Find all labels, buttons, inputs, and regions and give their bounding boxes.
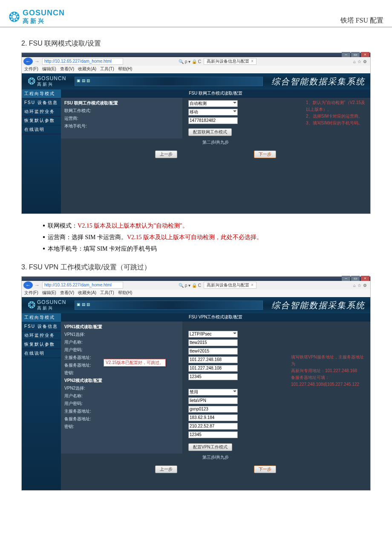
window-minimize-icon[interactable]: –: [342, 276, 350, 281]
window-minimize-icon[interactable]: –: [342, 52, 350, 57]
page-title: FSU VPN工作模式读取/配置: [61, 313, 370, 321]
hint-3: 3、填写SIM对应的手机号码。: [306, 120, 368, 127]
section-2-notes: 联网模式：V2.15 版本及以上版本默认为"自动检测"。 运营商：选择 SIM …: [43, 220, 371, 254]
vpn2-sel[interactable]: 禁用: [188, 389, 238, 396]
phone-input[interactable]: 14778182482: [188, 117, 238, 124]
address-bar[interactable]: http://10.12.65.227/dam_home.html: [42, 282, 123, 289]
banner-band: ▣ ▤ ▥: [75, 301, 263, 310]
forward-button[interactable]: →: [35, 282, 40, 288]
set-vpn-mode-button[interactable]: 配置VPN工作模式: [188, 443, 232, 451]
note-sp: 运营商：选择 SIM 卡运营商。V2.15 版本及以上版本可自动检测，此处不必选…: [43, 231, 371, 243]
menu-edit[interactable]: 编辑(E): [42, 66, 56, 71]
form-title: FSU 联网工作模式读取/配置: [61, 99, 182, 107]
nav-item-online-help[interactable]: 在线说明: [22, 125, 61, 134]
next-button[interactable]: 下一步: [254, 465, 276, 473]
vpn2-main[interactable]: 183.62.9.184: [188, 414, 238, 421]
nav-item-monitor[interactable]: 动环监控业务: [22, 107, 61, 116]
vpn-hint-4: 101.227.248.108或105.227.245.122: [291, 381, 368, 388]
menu-help[interactable]: 帮助(H): [118, 66, 133, 71]
browser-tab[interactable]: 高新兴设备信息与配置×: [204, 282, 257, 289]
browser-toolbar: ← → http://10.12.65.227/dam_home.html 🔍 …: [22, 281, 370, 289]
vpn1-sel[interactable]: L2TP/IPsec: [188, 331, 238, 338]
back-button[interactable]: ←: [23, 281, 33, 289]
note-phone: 本地手机号：填写 SIM 卡对应的手机号码: [43, 243, 371, 254]
nav-item-restore[interactable]: 恢复默认参数: [22, 340, 61, 349]
tab-close-icon[interactable]: ×: [249, 59, 254, 64]
browser-right-icons: ⌂☆⚙: [352, 283, 368, 288]
vpn1-back-label: 备服务器地址:: [64, 362, 98, 368]
prev-button[interactable]: 上一步: [155, 465, 177, 473]
nav-item-fsu-info[interactable]: FSU 设备信息: [22, 98, 61, 107]
skip-tooltip: V2.15版本已配置好，可跳过。: [104, 359, 166, 367]
gear-icon[interactable]: ⚙: [363, 59, 367, 64]
vpn2-pwd[interactable]: gxnp0123: [188, 406, 238, 413]
search-refresh-icons[interactable]: 🔍 ρ ▾ 🔒 C: [179, 283, 201, 288]
tab-close-icon[interactable]: ×: [249, 283, 254, 287]
vpn2-user[interactable]: lietaVPN: [188, 397, 238, 404]
hint-1: 1、默认为"自动检测"（V2.15及以上版本）。: [306, 99, 368, 113]
favorite-icon[interactable]: ☆: [357, 283, 361, 288]
vpn1-user-label: 用户名称:: [64, 339, 98, 345]
app-banner: ❂ GOSUNCN高新兴 ▣ ▤ ▥ 综合智能数据采集系统: [22, 73, 370, 90]
forward-button[interactable]: →: [35, 58, 40, 64]
gear-icon[interactable]: ⚙: [363, 283, 367, 288]
nav-item-restore[interactable]: 恢复默认参数: [22, 116, 61, 125]
back-button[interactable]: ←: [23, 58, 33, 65]
browser-menubar: 文件(F) 编辑(E) 查看(V) 收藏夹(A) 工具(T) 帮助(H): [22, 289, 370, 297]
sp-select[interactable]: 移动: [188, 109, 238, 116]
screenshot-vpn-mode: – ▭ × ← → http://10.12.65.227/dam_home.h…: [21, 276, 371, 491]
vpn-hint-1: 填写铁塔VPN服务地址，主服务器地址为: [291, 354, 368, 367]
banner-slogan: 综合智能数据采集系统: [271, 76, 365, 87]
window-controls: – ▭ ×: [342, 52, 369, 57]
home-icon[interactable]: ⌂: [353, 283, 356, 288]
vpn-hint-3: 备服务器地址可填：: [291, 374, 368, 381]
prev-button[interactable]: 上一步: [155, 150, 177, 158]
vpn2-pwd-label: 用户密码:: [64, 401, 98, 407]
window-maximize-icon[interactable]: ▭: [351, 276, 360, 281]
nav-item-fsu-info[interactable]: FSU 设备信息: [22, 322, 61, 331]
page-title: FSU 联网工作模式读取/配置: [61, 90, 370, 98]
browser-toolbar: ← → http://10.12.65.227/dam_home.html 🔍 …: [22, 57, 370, 66]
vpn1-pwd[interactable]: ttew#2015: [188, 348, 238, 355]
vpn1-main[interactable]: 101.227.248.168: [188, 356, 238, 363]
vpn1-key[interactable]: 12345: [188, 373, 238, 380]
favorite-icon[interactable]: ☆: [357, 59, 361, 64]
app-banner: ❂ GOSUNCN高新兴 ▣ ▤ ▥ 综合智能数据采集系统: [22, 297, 370, 313]
nav-item-online-help[interactable]: 在线说明: [22, 349, 61, 358]
mode-select[interactable]: 自动检测: [188, 100, 238, 107]
nav-header[interactable]: 工程向导模式: [22, 90, 61, 98]
window-maximize-icon[interactable]: ▭: [351, 52, 360, 57]
doc-title: 铁塔 FSU 配置: [340, 16, 383, 25]
set-net-mode-button[interactable]: 配置联网工作模式: [188, 128, 232, 136]
menu-file[interactable]: 文件(F): [24, 66, 38, 71]
menu-view[interactable]: 查看(V): [60, 66, 74, 71]
page-header: ❂ GOSUNCN 高新兴 铁塔 FSU 配置: [0, 9, 392, 27]
vpn2-key[interactable]: 12345: [188, 431, 238, 438]
banner-logo-icon: ❂: [28, 76, 35, 87]
window-close-icon[interactable]: ×: [361, 52, 369, 57]
search-refresh-icons[interactable]: 🔍 ρ ▾ 🔒 C: [179, 59, 201, 64]
vpn1-main-label: 主服务器地址:: [64, 355, 98, 361]
menu-tools[interactable]: 工具(T): [100, 66, 114, 71]
banner-band: ▣ ▤ ▥: [75, 77, 263, 86]
nav-header[interactable]: 工程向导模式: [22, 313, 61, 322]
vpn1-back[interactable]: 101.227.248.108: [188, 365, 238, 372]
address-bar[interactable]: http://10.12.65.227/dam_home.html: [42, 58, 123, 65]
window-close-icon[interactable]: ×: [361, 276, 369, 281]
vpn1-user[interactable]: ttew2015: [188, 339, 238, 346]
menu-favorites[interactable]: 收藏夹(A): [78, 66, 96, 71]
vpn2-back[interactable]: 210.22.52.87: [188, 423, 238, 430]
brand-logo: ❂ GOSUNCN 高新兴: [9, 9, 65, 25]
nav-item-monitor[interactable]: 动环监控业务: [22, 331, 61, 340]
sp-label: 运营商:: [64, 116, 98, 121]
next-button[interactable]: 下一步: [254, 150, 276, 158]
step-indicator: 第二步/共九步: [61, 139, 370, 146]
note-mode: 联网模式：V2.15 版本及以上版本默认为"自动检测"。: [43, 220, 371, 231]
home-icon[interactable]: ⌂: [353, 59, 356, 64]
section-3-title: 3. FSU VPN 工作模式读取/设置（可跳过）: [21, 263, 371, 272]
vpn1-pwd-label: 用户密码:: [64, 347, 98, 353]
browser-tab[interactable]: 高新兴设备信息与配置×: [204, 58, 257, 65]
browser-menubar: 文件(F) 编辑(E) 查看(V) 收藏夹(A) 工具(T) 帮助(H): [22, 66, 370, 73]
vpn1-sel-label: VPN1选择:: [64, 332, 98, 338]
vpn2-back-label: 备服务器地址:: [64, 416, 98, 422]
